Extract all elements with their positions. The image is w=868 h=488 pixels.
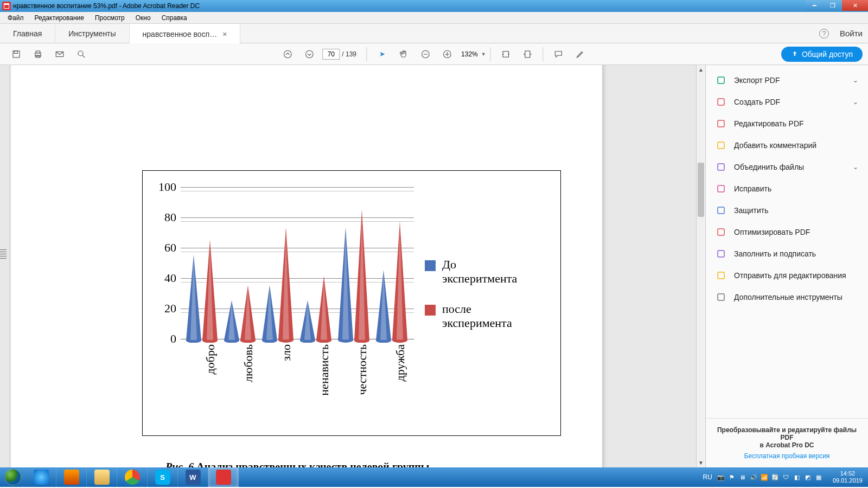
menu-edit[interactable]: Редактирование: [29, 13, 90, 23]
sidebar-footer: Преобразовывайте и редактируйте файлы PD…: [706, 418, 868, 467]
cone-shape: [338, 227, 353, 343]
data-cone: [186, 255, 201, 343]
task-ie[interactable]: [26, 467, 56, 487]
window-title: нравственное воспитание 53%.pdf - Adobe …: [13, 2, 200, 10]
zoom-dropdown-icon[interactable]: ▼: [481, 52, 486, 57]
y-tick-label: 60: [164, 241, 181, 255]
task-word[interactable]: W: [178, 467, 208, 487]
svg-rect-15: [503, 51, 509, 57]
sidebar-item-7[interactable]: Оптимизировать PDF: [706, 221, 868, 243]
pdf-page: 020406080100добролюбовьзлоненавистьчестн…: [11, 65, 602, 467]
page-down-icon[interactable]: [303, 48, 316, 61]
search-icon[interactable]: [75, 48, 88, 61]
tab-tools[interactable]: Инструменты: [55, 24, 129, 43]
sidebar-label: Добавить комментарий: [734, 141, 816, 150]
sidebar-item-4[interactable]: Объединить файлы⌄: [706, 156, 868, 178]
tray-network-icon[interactable]: 📶: [760, 473, 769, 481]
zoom-in-icon[interactable]: [441, 48, 454, 61]
tray-app2-icon[interactable]: ◩: [803, 473, 812, 481]
legend-item: послеэксперимента: [425, 302, 517, 330]
sidebar-item-3[interactable]: Добавить комментарий: [706, 134, 868, 156]
task-explorer[interactable]: [87, 467, 117, 487]
menu-file[interactable]: Файл: [2, 13, 29, 23]
sidebar-label: Исправить: [734, 184, 771, 193]
sidebar-item-8[interactable]: Заполнить и подписать: [706, 243, 868, 265]
menu-window[interactable]: Окно: [130, 13, 156, 23]
tray-app-icon[interactable]: ◧: [793, 473, 801, 481]
tray-flag-icon[interactable]: ⚑: [727, 473, 736, 481]
svg-rect-34: [718, 185, 724, 192]
highlight-icon[interactable]: [574, 48, 587, 61]
sidebar-item-10[interactable]: Дополнительные инструменты: [706, 286, 868, 308]
fit-width-icon[interactable]: [500, 48, 513, 61]
close-button[interactable]: ✕: [842, 0, 868, 11]
tab-document[interactable]: нравственное восп… ×: [130, 24, 241, 43]
sidebar-item-9[interactable]: Отправить для редактирования: [706, 265, 868, 286]
cone-shape: [240, 285, 256, 343]
y-tick-label: 100: [158, 180, 181, 194]
sidebar-item-5[interactable]: Исправить: [706, 178, 868, 200]
clock[interactable]: 14:52 09.01.2019: [827, 470, 868, 484]
task-skype[interactable]: S: [148, 467, 178, 487]
task-chrome[interactable]: [117, 467, 148, 487]
tab-close-icon[interactable]: ×: [222, 30, 227, 38]
chevron-down-icon: ⌄: [853, 76, 858, 84]
scroll-down-icon[interactable]: ▼: [697, 458, 705, 467]
document-viewport[interactable]: 020406080100добролюбовьзлоненавистьчестн…: [0, 65, 705, 467]
svg-rect-36: [718, 229, 724, 235]
fit-page-icon[interactable]: [521, 48, 534, 61]
page-up-icon[interactable]: [281, 48, 294, 61]
email-icon[interactable]: [53, 48, 66, 61]
sidebar-item-6[interactable]: Защитить: [706, 200, 868, 221]
sidebar-item-1[interactable]: Создать PDF⌄: [706, 91, 868, 113]
cone-shape: [300, 300, 315, 343]
data-cone: [202, 240, 218, 343]
minimize-button[interactable]: ━: [805, 0, 824, 11]
menu-help[interactable]: Справка: [156, 13, 193, 23]
start-button[interactable]: [0, 467, 26, 487]
hand-icon[interactable]: [397, 48, 410, 61]
sidebar-item-2[interactable]: Редактировать PDF: [706, 113, 868, 134]
menu-view[interactable]: Просмотр: [90, 13, 130, 23]
svg-line-7: [82, 55, 85, 57]
comment-icon[interactable]: [552, 48, 565, 61]
sidebar-icon-5: [716, 183, 726, 194]
sidebar-icon-4: [716, 162, 726, 172]
scrollbar-thumb[interactable]: [698, 163, 704, 217]
tray-volume-icon[interactable]: 🔊: [749, 473, 758, 481]
sidebar-icon-0: [716, 75, 726, 86]
vertical-scrollbar[interactable]: ▲ ▼: [696, 65, 705, 467]
y-tick-label: 80: [164, 210, 181, 224]
y-tick-label: 40: [164, 271, 181, 285]
svg-rect-30: [718, 99, 724, 105]
sidebar-item-0[interactable]: Экспорт PDF⌄: [706, 69, 868, 91]
zoom-out-icon[interactable]: [419, 48, 432, 61]
windows-logo-icon: [5, 469, 21, 485]
share-button[interactable]: Общий доступ: [781, 47, 863, 62]
chart-legend: Доэксперитментапослеэксперимента: [425, 258, 517, 346]
tray-icons[interactable]: 📷 ⚑ 🖥 🔊 📶 🔄 🛡 ◧ ◩ ▦: [717, 473, 823, 481]
tray-display-icon[interactable]: 🖥: [738, 473, 747, 481]
trial-link[interactable]: Бесплатная пробная версия: [717, 452, 857, 460]
maximize-button[interactable]: ❐: [824, 0, 842, 11]
print-icon[interactable]: [31, 48, 44, 61]
pointer-icon[interactable]: ➤: [375, 48, 388, 61]
language-indicator[interactable]: RU: [703, 473, 712, 481]
tray-app3-icon[interactable]: ▦: [814, 473, 823, 481]
scroll-up-icon[interactable]: ▲: [697, 65, 705, 74]
sign-in-button[interactable]: Войти: [840, 29, 863, 38]
tray-shield-icon[interactable]: 🛡: [782, 473, 790, 481]
tab-home[interactable]: Главная: [0, 24, 55, 43]
page-number-input[interactable]: [322, 49, 340, 60]
task-media[interactable]: [56, 467, 87, 487]
save-icon[interactable]: [10, 48, 23, 61]
sidebar-label: Отправить для редактирования: [734, 271, 846, 280]
data-cone: [376, 270, 391, 343]
task-acrobat[interactable]: [208, 467, 239, 487]
tray-camera-icon[interactable]: 📷: [717, 473, 725, 481]
ruler-fragment: [0, 249, 7, 260]
help-icon[interactable]: ?: [819, 29, 829, 38]
sidebar-icon-6: [716, 205, 726, 216]
tray-sync-icon[interactable]: 🔄: [771, 473, 780, 481]
svg-point-9: [306, 50, 314, 58]
